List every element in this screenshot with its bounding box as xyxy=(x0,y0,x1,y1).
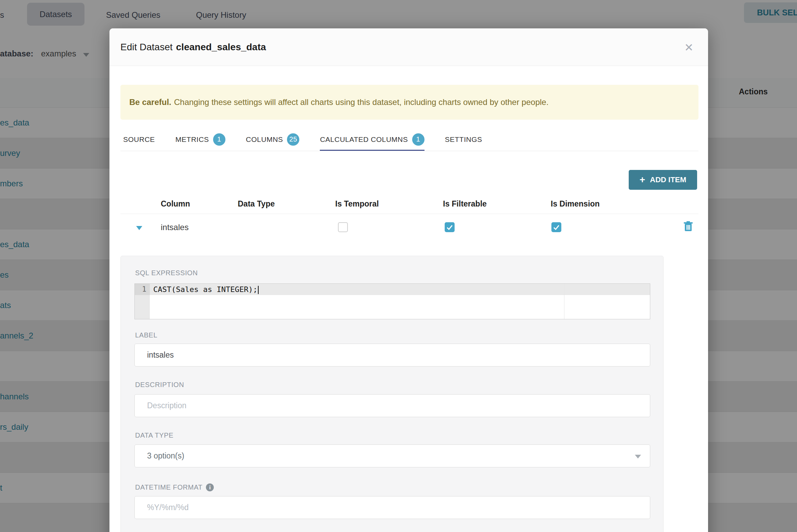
screen: s Datasets Saved Queries Query History B… xyxy=(0,0,797,532)
calculated-column-detail-panel: SQL EXPRESSION 1 CAST(Sales as INTEGER);… xyxy=(120,256,664,532)
delete-trash-icon[interactable] xyxy=(683,221,693,232)
calculated-column-name: intsales xyxy=(161,223,188,232)
datetime-format-field-label: DATETIME FORMAT xyxy=(135,483,202,491)
editor-line-number: 1 xyxy=(135,284,150,295)
column-header-column: Column xyxy=(161,199,190,209)
close-icon[interactable]: ✕ xyxy=(681,40,696,55)
data-type-selected-value: 3 option(s) xyxy=(147,451,184,461)
code-text: CAST(Sales as INTEGER); xyxy=(153,285,258,294)
description-field-label: DESCRIPTION xyxy=(135,381,184,389)
tab-source[interactable]: SOURCE xyxy=(123,128,155,151)
tab-label: METRICS xyxy=(175,135,209,144)
label-input[interactable] xyxy=(134,344,650,367)
warning-bold-text: Be careful. xyxy=(129,97,171,107)
modal-tabs: SOURCE METRICS 1 COLUMNS 25 CALCULATED C… xyxy=(123,128,482,151)
tab-label: SETTINGS xyxy=(445,135,482,144)
add-item-button[interactable]: + ADD ITEM xyxy=(629,170,697,190)
modal-header: Edit Dataset cleaned_sales_data xyxy=(109,28,708,66)
column-header-is-filterable: Is Filterable xyxy=(443,199,487,209)
tab-metrics[interactable]: METRICS 1 xyxy=(175,128,225,151)
plus-icon: + xyxy=(640,175,645,185)
chevron-down-icon xyxy=(635,455,641,458)
is-dimension-checkbox[interactable] xyxy=(551,222,561,232)
checkmark-icon xyxy=(445,223,454,231)
sql-expression-editor[interactable]: 1 CAST(Sales as INTEGER); xyxy=(134,283,650,319)
tab-calculated-columns[interactable]: CALCULATED COLUMNS 1 xyxy=(320,128,424,151)
sql-expression-label: SQL EXPRESSION xyxy=(135,269,198,277)
description-input[interactable] xyxy=(134,394,650,417)
column-header-is-temporal: Is Temporal xyxy=(335,199,379,209)
tabs-divider xyxy=(120,151,698,151)
modal-title-prefix: Edit Dataset xyxy=(120,42,173,53)
tab-badge: 1 xyxy=(412,133,424,146)
editor-gutter: 1 xyxy=(135,284,150,319)
data-type-field-label: DATA TYPE xyxy=(135,431,173,439)
data-type-select[interactable]: 3 option(s) xyxy=(134,444,650,467)
tab-settings[interactable]: SETTINGS xyxy=(445,128,482,151)
tab-badge: 25 xyxy=(287,133,299,146)
info-icon[interactable]: i xyxy=(206,483,214,491)
table-header-divider xyxy=(120,214,698,214)
tab-label: SOURCE xyxy=(123,135,155,144)
tab-columns[interactable]: COLUMNS 25 xyxy=(246,128,300,151)
tab-label: CALCULATED COLUMNS xyxy=(320,135,408,144)
text-cursor xyxy=(258,286,259,294)
sql-expression-code[interactable]: CAST(Sales as INTEGER); xyxy=(153,284,259,295)
checkmark-icon xyxy=(552,223,561,231)
edit-dataset-modal: Edit Dataset cleaned_sales_data ✕ Be car… xyxy=(109,28,708,532)
is-filterable-checkbox[interactable] xyxy=(445,222,455,232)
caret-down-icon[interactable] xyxy=(136,226,142,230)
add-item-label: ADD ITEM xyxy=(650,175,686,184)
editor-print-margin xyxy=(564,284,564,319)
warning-banner: Be careful. Changing these settings will… xyxy=(120,85,698,120)
column-header-is-dimension: Is Dimension xyxy=(551,199,600,209)
tab-label: COLUMNS xyxy=(246,135,283,144)
label-field-label: LABEL xyxy=(135,331,157,339)
column-header-data-type: Data Type xyxy=(238,199,275,209)
is-temporal-checkbox[interactable] xyxy=(338,222,348,232)
modal-title-dataset-name: cleaned_sales_data xyxy=(176,42,266,53)
warning-text: Changing these settings will affect all … xyxy=(174,97,549,107)
tab-badge: 1 xyxy=(213,133,225,146)
datetime-format-input[interactable] xyxy=(134,496,650,519)
